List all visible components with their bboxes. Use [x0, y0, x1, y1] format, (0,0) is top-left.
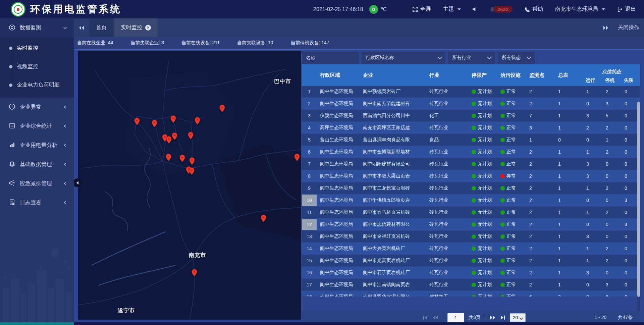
- map-pin-icon[interactable]: [294, 154, 300, 161]
- cell-seq: 17: [302, 279, 317, 290]
- table-row[interactable]: 5营山生态环境局营山县润丰肉食品有限食品无计划正常10010: [302, 134, 640, 146]
- map-pin-icon[interactable]: [189, 167, 195, 175]
- map-roads-layer: [78, 51, 301, 320]
- cell-production: 无计划: [468, 158, 497, 170]
- production-status-text: 无计划: [478, 149, 492, 155]
- table-row[interactable]: 11阆中生态环境局阆中市五马桥页岩机砖砖瓦行业无计划正常21120: [302, 207, 640, 218]
- fullscreen-icon: [412, 6, 418, 12]
- industry-select[interactable]: 所有行业: [448, 52, 495, 64]
- cell-region: 营山生态环境局: [317, 134, 360, 146]
- help-button[interactable]: 帮助: [525, 6, 543, 13]
- status-dot-green-icon: [472, 150, 476, 154]
- prev-page-button[interactable]: [432, 315, 438, 320]
- tab-close-icon[interactable]: ✕: [145, 25, 151, 31]
- table-row[interactable]: 14阆中生态环境局阆中大兴页岩机砖厂砖瓦行业无计划正常21120: [302, 243, 640, 254]
- enterprise-panel: 行政区域名称 所有行业 所有状态 行政区域 企业 行业 停限产 治污设施 监测点: [302, 50, 640, 322]
- table-row[interactable]: 6阆中生态环境局阆中市金博瑞新型墙材砖瓦行业无计划正常21120: [302, 146, 640, 158]
- map-pin-icon[interactable]: [219, 105, 225, 112]
- map-pin-icon[interactable]: [188, 132, 194, 140]
- status-dot-green-icon: [500, 259, 505, 263]
- table-row[interactable]: 2阆中生态环境局阆中市南方节能建材有砖瓦行业无计划正常21030: [302, 98, 640, 109]
- table-row[interactable]: 3仪陇生态环境局西南油气田分公司川中化工无计划正常71350: [302, 110, 640, 121]
- cell-facility: 正常: [497, 243, 526, 254]
- last-page-icon: [500, 315, 505, 320]
- map-pin-icon[interactable]: [189, 157, 195, 165]
- double-chevron-right-icon[interactable]: [602, 25, 609, 31]
- table-row[interactable]: 1阆中生态环境局阆中强锐页岩砖厂砖瓦行业无计划正常21120: [302, 86, 640, 97]
- map-pin-icon[interactable]: [172, 132, 177, 140]
- name-search-input[interactable]: [302, 52, 359, 64]
- chevron-left-icon: [63, 123, 67, 129]
- last-page-button[interactable]: [500, 315, 505, 320]
- cell-region: 阆中生态环境局: [317, 243, 360, 254]
- status-select[interactable]: 所有状态: [498, 52, 535, 64]
- page-number-input[interactable]: [447, 313, 464, 322]
- first-page-button[interactable]: [423, 315, 428, 320]
- fullscreen-button[interactable]: 全屏: [412, 6, 431, 13]
- gauge-icon: [9, 24, 15, 32]
- help-label: 帮助: [532, 6, 543, 13]
- sidebar-subitem-1[interactable]: 视频监控: [0, 57, 74, 76]
- status-dot-green-icon: [472, 114, 476, 118]
- tab-1[interactable]: 实时监控✕: [114, 18, 158, 37]
- table-scrollbar[interactable]: [637, 101, 640, 311]
- map-pin-icon[interactable]: [179, 155, 185, 162]
- stat-value: 211: [212, 40, 220, 45]
- cell-seq: 10: [302, 195, 317, 206]
- table-row[interactable]: 15阆中生态环境局阆中市光富页岩机砖厂砖瓦行业无计划正常21120: [302, 255, 640, 266]
- sidebar-item-1[interactable]: 企业异常: [0, 98, 74, 117]
- industry-select-value: 所有行业: [452, 55, 483, 61]
- sidebar-item-label: 企业综合统计: [20, 123, 52, 130]
- table-row[interactable]: 12阆中生态环境局阆中市忠信建材有限公砖瓦行业无计划正常21003: [302, 219, 640, 230]
- close-operations-button[interactable]: 关闭操作: [618, 24, 639, 31]
- col-monitor: 监测点: [526, 64, 555, 86]
- sidebar-item-2[interactable]: 企业综合统计: [0, 117, 74, 136]
- sidebar-item-0[interactable]: 数据监测: [0, 18, 74, 38]
- region-select[interactable]: 行政区域名称: [362, 52, 445, 64]
- cell-production: 无计划: [468, 207, 497, 218]
- map-pin-icon[interactable]: [195, 117, 200, 125]
- table-row[interactable]: 9阆中生态环境局阆中市二龙长宝页岩砖砖瓦行业无计划正常21120: [302, 182, 640, 194]
- table-row[interactable]: 4高坪生态环境局南充市高坪区王家店建砖瓦行业无计划正常31220: [302, 122, 640, 133]
- table-row[interactable]: 8阆中生态环境局阆中市枣碧大梁山页岩砖瓦行业无计划异常21300: [302, 170, 640, 182]
- sidebar-item-5[interactable]: 应急减排管理: [0, 174, 74, 193]
- scrollbar-thumb[interactable]: [637, 102, 640, 297]
- map-pin-icon[interactable]: [166, 154, 171, 161]
- map[interactable]: 巴中市南充市遂宁市: [78, 51, 301, 320]
- page-size-select[interactable]: 20: [510, 313, 526, 322]
- map-pin-icon[interactable]: [134, 118, 140, 125]
- cell-company: 阆中市金博瑞新型墙材: [360, 146, 426, 158]
- cell-run: 0: [583, 279, 602, 290]
- cell-company: 南部县双华水泥有限公: [360, 291, 426, 296]
- cell-meter: 1: [555, 170, 583, 182]
- theme-menu[interactable]: 主题: [443, 6, 461, 13]
- cell-company: 阆中市金福旺页岩机砖: [360, 231, 426, 242]
- sidebar-item-4[interactable]: 基础数据管理: [0, 155, 74, 174]
- table-row[interactable]: 18南部生态环境局南部县双华水泥有限公建材加工无计划正常62060: [302, 291, 640, 296]
- map-pin-icon[interactable]: [170, 115, 176, 123]
- logout-button[interactable]: 退出: [617, 6, 636, 13]
- map-pin-icon[interactable]: [261, 215, 266, 222]
- notifications[interactable]: 2632: [489, 6, 513, 13]
- tab-0[interactable]: 首页: [89, 18, 113, 37]
- table-row[interactable]: 13阆中生态环境局阆中市金福旺页岩机砖砖瓦行业无计划正常21300: [302, 231, 640, 242]
- table-row[interactable]: 16阆中生态环境局阆中市石子页岩机砖厂砖瓦行业无计划正常21300: [302, 267, 640, 278]
- sidebar-item-6[interactable]: 日志查看: [0, 193, 74, 212]
- table-row[interactable]: 7阆中生态环境局阆中明阳建材有限公司砖瓦行业无计划正常21300: [302, 158, 640, 170]
- sidebar-subitem-2[interactable]: 企业电力负荷明细: [0, 76, 74, 94]
- table-row[interactable]: 10阆中生态环境局阆中千佛镇五郎垭页岩砖瓦行业无计划正常21003: [302, 195, 640, 206]
- map-pin-icon[interactable]: [166, 136, 172, 144]
- tabs-scroll-left-button[interactable]: [74, 18, 89, 37]
- map-pin-icon[interactable]: [192, 269, 197, 277]
- map-pin-icon[interactable]: [152, 120, 157, 127]
- sidebar-collapse-toggle[interactable]: [73, 178, 82, 187]
- sidebar-subitem-0[interactable]: 实时监控: [0, 39, 74, 57]
- stat-label: 当前在线设备:: [181, 40, 212, 45]
- sidebar-item-3[interactable]: 企业用电量分析: [0, 136, 74, 155]
- cell-company: 南充市高坪区王家店建: [360, 122, 426, 133]
- next-page-button[interactable]: [490, 315, 496, 320]
- org-menu[interactable]: 南充市生态环境局: [555, 6, 605, 13]
- table-row[interactable]: 17阆中生态环境局阆中市江南镇阆南页岩砖瓦行业无计划正常21030: [302, 279, 640, 290]
- stat-label: 当前停机设备:: [290, 40, 321, 45]
- sound-toggle[interactable]: [472, 7, 477, 12]
